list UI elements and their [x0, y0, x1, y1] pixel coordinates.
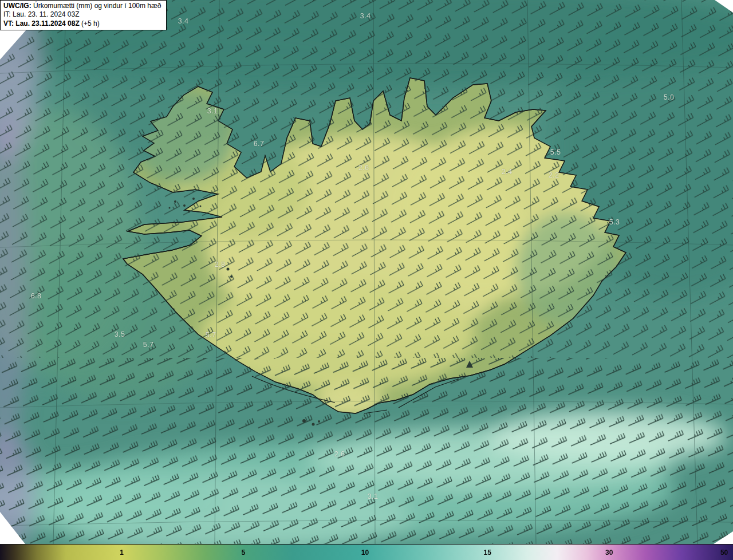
weather-map [0, 0, 733, 544]
product-info-box: UWC/IG: Úrkomumætti (mm) og vindur í 100… [0, 0, 167, 30]
valid-label: VT: [3, 19, 14, 27]
precipitation-colorbar: 1510153050 [0, 544, 733, 560]
colorbar-tick-label: 5 [242, 549, 246, 557]
colorbar-tick-label: 30 [605, 549, 613, 557]
init-time-line: IT: Lau. 23. 11. 2024 03Z [3, 10, 161, 19]
colorbar-tick-label: 10 [361, 549, 369, 557]
valid-value: Lau. 23.11.2024 08Z [14, 19, 80, 27]
wind-barbs-field-north [0, 0, 733, 358]
colorbar-tick-label: 50 [720, 549, 728, 557]
init-value: Lau. 23. 11. 2024 03Z [11, 10, 80, 18]
colorbar-tick-label: 15 [484, 549, 491, 557]
valid-time-line: VT: Lau. 23.11.2024 08Z (+5 h) [3, 19, 161, 28]
colorbar-gradient: 1510153050 [0, 545, 733, 560]
product-title-line: UWC/IG: Úrkomumætti (mm) og vindur í 100… [3, 2, 161, 10]
weather-map-page: 3.43.45.03.16.75.52.62.42.25.32.86.83.55… [0, 0, 733, 560]
valid-suffix: (+5 h) [80, 19, 100, 27]
init-label: IT: [3, 10, 11, 18]
colorbar-tick-label: 1 [120, 549, 124, 557]
wind-barbs-field-south [0, 358, 733, 544]
product-label: UWC/IG: [3, 2, 31, 10]
product-title: Úrkomumætti (mm) og vindur í 100m hæð [31, 2, 161, 10]
